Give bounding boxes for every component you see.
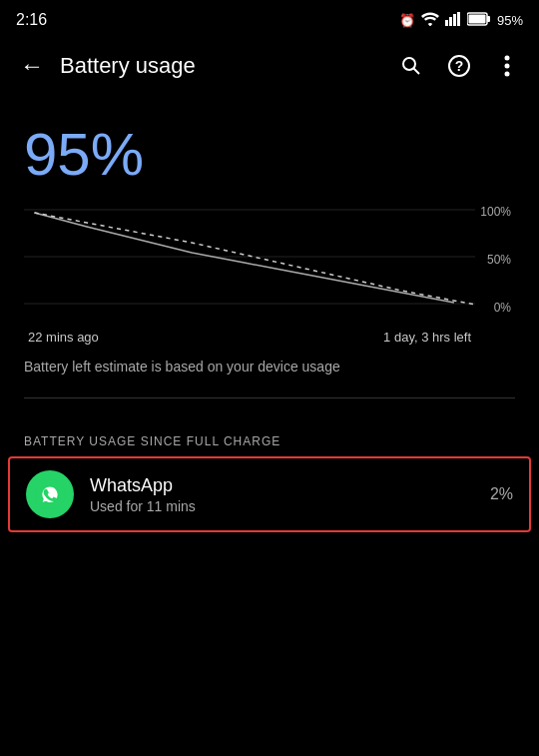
- alarm-icon: ⏰: [399, 13, 415, 28]
- main-content: 95% 100% 50% 0% 22 mins ago 1 day, 3 hrs…: [0, 96, 539, 398]
- battery-percentage: 95%: [24, 120, 515, 189]
- chart-x-label-left: 22 mins ago: [28, 330, 99, 345]
- svg-point-7: [403, 58, 415, 70]
- svg-rect-6: [468, 14, 485, 23]
- battery-percent-status: 95%: [497, 13, 523, 28]
- status-bar: 2:16 ⏰: [0, 0, 539, 36]
- chart-y-label-100: 100%: [480, 205, 511, 219]
- svg-line-8: [414, 69, 420, 75]
- battery-status-icon: [467, 12, 491, 29]
- svg-point-12: [505, 64, 510, 69]
- app-bar: ← Battery usage ?: [0, 36, 539, 96]
- svg-rect-3: [457, 12, 460, 26]
- chart-y-labels: 100% 50% 0%: [480, 205, 515, 315]
- chart-svg-wrapper: [24, 205, 475, 315]
- section-header: BATTERY USAGE SINCE FULL CHARGE: [0, 418, 539, 456]
- chart-y-label-0: 0%: [494, 301, 511, 315]
- battery-info-text: Battery left estimate is based on your d…: [24, 357, 515, 398]
- app-info: WhatsApp Used for 11 mins: [90, 475, 490, 514]
- svg-point-13: [505, 72, 510, 77]
- app-name: WhatsApp: [90, 475, 490, 496]
- svg-rect-0: [445, 20, 448, 26]
- chart-x-label-right: 1 day, 3 hrs left: [383, 330, 471, 345]
- page-title: Battery usage: [60, 53, 391, 79]
- svg-rect-2: [453, 14, 456, 26]
- app-bar-actions: ?: [391, 46, 527, 86]
- chart-svg: [24, 205, 475, 315]
- status-time: 2:16: [16, 11, 47, 29]
- chart-x-labels: 22 mins ago 1 day, 3 hrs left: [24, 330, 475, 345]
- battery-chart: 100% 50% 0% 22 mins ago 1 day, 3 hrs lef…: [24, 205, 515, 345]
- app-list-item[interactable]: WhatsApp Used for 11 mins 2%: [8, 456, 531, 532]
- whatsapp-logo: [35, 479, 65, 509]
- svg-rect-1: [449, 17, 452, 26]
- svg-text:?: ?: [455, 58, 464, 74]
- search-button[interactable]: [391, 46, 431, 86]
- signal-icon: [445, 12, 461, 29]
- wifi-icon: [421, 12, 439, 29]
- back-button[interactable]: ←: [12, 44, 52, 88]
- app-percent: 2%: [490, 485, 513, 503]
- help-button[interactable]: ?: [439, 46, 479, 86]
- status-icons: ⏰ 95%: [399, 12, 523, 29]
- app-usage: Used for 11 mins: [90, 498, 490, 514]
- svg-rect-5: [487, 16, 490, 22]
- more-options-button[interactable]: [487, 46, 527, 86]
- chart-y-label-50: 50%: [487, 253, 511, 267]
- svg-point-11: [505, 56, 510, 61]
- app-icon-whatsapp: [26, 470, 74, 518]
